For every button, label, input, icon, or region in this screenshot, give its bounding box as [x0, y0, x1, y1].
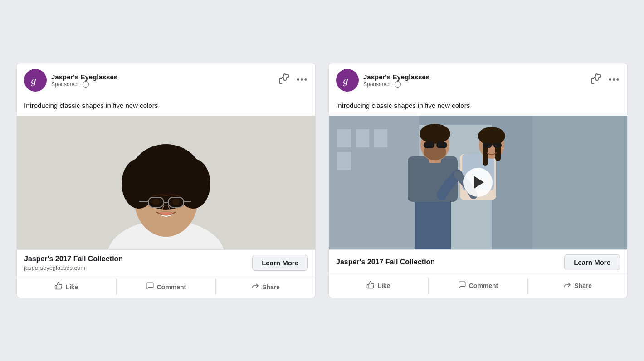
- svg-rect-34: [436, 142, 447, 148]
- like-button-1[interactable]: Like: [17, 278, 117, 296]
- card-footer-1: Like Comment Share: [17, 276, 315, 298]
- ad-title-2: Jasper's 2017 Fall Collection: [336, 258, 559, 267]
- svg-rect-26: [337, 152, 351, 170]
- comment-icon-2: [458, 281, 466, 291]
- svg-rect-23: [337, 129, 351, 147]
- globe-icon-2: [395, 81, 401, 88]
- comment-label-2: Comment: [469, 282, 498, 289]
- brand-logo-1[interactable]: g: [24, 69, 47, 92]
- svg-rect-43: [493, 143, 502, 148]
- brand-name-2: Jasper's Eyeglasses: [363, 73, 590, 82]
- sponsored-line-1: Sponsored ·: [51, 81, 278, 88]
- more-options-icon-1[interactable]: •••: [297, 75, 308, 85]
- card-footer-2: Like Comment Share: [329, 275, 627, 297]
- svg-text:g: g: [31, 75, 36, 86]
- svg-rect-24: [356, 129, 369, 147]
- svg-point-32: [420, 124, 450, 144]
- card-header-1: g Jasper's Eyeglasses Sponsored · •••: [17, 63, 315, 97]
- brand-logo-2[interactable]: g: [336, 69, 359, 92]
- svg-rect-41: [495, 138, 501, 161]
- learn-more-button-2[interactable]: Learn More: [564, 254, 620, 270]
- like-icon-1: [54, 282, 63, 292]
- svg-rect-40: [483, 138, 488, 166]
- ad-image-1: [17, 116, 315, 249]
- share-button-1[interactable]: Share: [216, 278, 315, 296]
- ad-bottom-left-1: Jasper's 2017 Fall Collection jasperseye…: [24, 254, 247, 272]
- comment-button-2[interactable]: Comment: [429, 277, 528, 295]
- ad-bottom-2: Jasper's 2017 Fall Collection Learn More: [329, 249, 627, 275]
- more-options-icon-2[interactable]: •••: [609, 75, 620, 85]
- play-triangle-icon: [474, 176, 484, 189]
- ad-image-2[interactable]: [329, 116, 627, 249]
- header-actions-1: •••: [278, 73, 308, 87]
- like-icon-2: [366, 281, 375, 291]
- share-icon-2: [563, 281, 571, 291]
- share-button-2[interactable]: Share: [528, 277, 627, 295]
- svg-text:g: g: [343, 75, 348, 86]
- svg-rect-42: [483, 143, 492, 148]
- cards-container: g Jasper's Eyeglasses Sponsored · •••: [3, 49, 641, 312]
- like-button-2[interactable]: Like: [329, 277, 429, 295]
- svg-point-10: [149, 148, 183, 183]
- svg-point-17: [172, 199, 180, 205]
- comment-button-1[interactable]: Comment: [117, 278, 216, 296]
- share-label-2: Share: [574, 282, 592, 289]
- svg-point-16: [152, 199, 160, 205]
- ad-bottom-1: Jasper's 2017 Fall Collection jasperseye…: [17, 249, 315, 276]
- learn-more-button-1[interactable]: Learn More: [252, 255, 308, 271]
- share-icon-1: [251, 282, 259, 292]
- like-label-2: Like: [377, 282, 390, 289]
- globe-icon-1: [83, 81, 89, 88]
- play-button-2[interactable]: [463, 168, 493, 197]
- comment-icon-1: [146, 282, 154, 292]
- svg-rect-22: [532, 116, 627, 249]
- svg-point-39: [478, 127, 505, 145]
- like-label-1: Like: [65, 283, 78, 291]
- svg-rect-25: [374, 129, 387, 147]
- ad-caption-1: Introducing classic shapes in five new c…: [17, 97, 315, 116]
- like-header-icon-1[interactable]: [278, 73, 289, 87]
- share-label-1: Share: [262, 283, 280, 291]
- header-actions-2: •••: [590, 73, 620, 87]
- sponsored-line-2: Sponsored ·: [363, 81, 590, 88]
- brand-info-1: Jasper's Eyeglasses Sponsored ·: [51, 73, 278, 88]
- ad-card-1: g Jasper's Eyeglasses Sponsored · •••: [16, 63, 316, 298]
- ad-title-1: Jasper's 2017 Fall Collection: [24, 254, 247, 264]
- card-header-2: g Jasper's Eyeglasses Sponsored · •••: [329, 63, 627, 97]
- ad-caption-2: Introducing classic shapes in five new c…: [329, 97, 627, 116]
- brand-info-2: Jasper's Eyeglasses Sponsored ·: [363, 73, 590, 88]
- svg-rect-33: [424, 142, 434, 148]
- ad-card-2: g Jasper's Eyeglasses Sponsored · •••: [328, 63, 628, 298]
- brand-name-1: Jasper's Eyeglasses: [51, 73, 278, 82]
- comment-label-1: Comment: [157, 283, 186, 291]
- like-header-icon-2[interactable]: [590, 73, 601, 87]
- ad-url-1: jasperseyeglasses.com: [24, 264, 247, 271]
- ad-bottom-left-2: Jasper's 2017 Fall Collection: [336, 258, 559, 267]
